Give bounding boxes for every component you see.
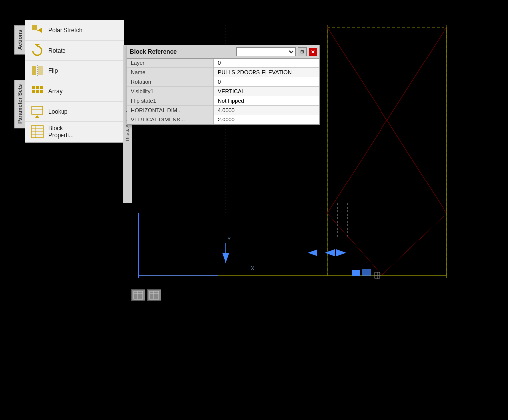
svg-rect-33 [38,66,43,75]
svg-rect-23 [362,269,371,276]
block-properties-label1: Block [48,125,74,132]
table-row: HORIZONTAL DIM...4.0000 [127,106,319,115]
sidebar-item-polar-stretch[interactable]: Polar Stretch [25,20,124,41]
bottom-icons-strip [131,289,161,301]
block-ref-header: Block Reference ⊞ ✕ [127,45,319,59]
value-cell[interactable]: Not flipped [214,96,319,106]
svg-rect-52 [150,291,159,299]
block-ref-dropdown[interactable] [236,47,296,56]
sidebar-item-flip[interactable]: Flip [25,61,124,81]
value-cell[interactable]: VERTICAL [214,87,319,96]
sidebar-panel: Actions Parameter Sets Polar Stretch Rot… [25,20,124,143]
svg-rect-41 [32,106,43,114]
block-ref-close-button[interactable]: ✕ [309,48,317,56]
svg-rect-38 [32,90,35,93]
block-ref-table: Layer0NamePULLS-2DOORS-ELEVATIONRotation… [127,59,319,124]
table-row: Visibility1VERTICAL [127,87,319,96]
polar-stretch-label: Polar Stretch [48,27,82,34]
svg-rect-32 [32,66,36,75]
table-row: NamePULLS-2DOORS-ELEVATION [127,68,319,77]
value-cell[interactable]: 0 [214,77,319,87]
property-cell: HORIZONTAL DIM... [127,106,214,115]
table-row: Layer0 [127,59,319,68]
svg-rect-37 [40,86,43,89]
value-cell[interactable]: 2.0000 [214,115,319,124]
svg-rect-49 [134,291,143,299]
sidebar-item-lookup[interactable]: Lookup [25,102,124,122]
svg-text:X: X [251,265,254,271]
property-cell: Visibility1 [127,87,214,96]
array-icon [30,84,44,98]
property-cell: Layer [127,59,214,68]
tab-actions[interactable]: Actions [14,25,25,54]
svg-rect-22 [352,270,360,276]
sidebar-item-array[interactable]: Array [25,81,124,102]
bottom-icon-b[interactable] [147,289,161,301]
svg-rect-39 [36,90,39,93]
block-ref-title: Block Reference [130,48,234,55]
value-cell[interactable]: PULLS-2DOORS-ELEVATION [214,68,319,77]
property-cell: VERTICAL DIMENS... [127,115,214,124]
block-reference-panel: Block Reference ⊞ ✕ Layer0NamePULLS-2DOO… [127,45,320,125]
svg-rect-40 [40,90,43,93]
property-cell: Rotation [127,77,214,87]
svg-rect-28 [32,25,37,30]
value-cell[interactable]: 4.0000 [214,106,319,115]
block-properties-icon [30,125,44,139]
svg-text:Y: Y [227,236,231,241]
sidebar-item-block-properties[interactable]: Block Properti... [25,122,124,142]
svg-rect-35 [32,86,35,89]
block-ref-options-button[interactable]: ⊞ [298,47,307,56]
table-row: VERTICAL DIMENS...2.0000 [127,115,319,124]
rotate-label: Rotate [48,47,65,54]
tab-parameter-sets[interactable]: Parameter Sets [14,80,25,128]
array-label: Array [48,88,63,95]
svg-rect-36 [36,86,39,89]
table-row: Flip state1Not flipped [127,96,319,106]
property-cell: Flip state1 [127,96,214,106]
table-row: Rotation0 [127,77,319,87]
polar-stretch-icon [30,23,44,37]
flip-label: Flip [48,67,58,74]
svg-marker-43 [35,115,40,118]
lookup-icon [30,105,44,119]
rotate-icon [30,44,44,58]
sidebar-item-rotate[interactable]: Rotate [25,41,124,61]
bottom-icon-a[interactable] [131,289,145,301]
property-cell: Name [127,68,214,77]
flip-icon [30,64,44,78]
value-cell[interactable]: 0 [214,59,319,68]
block-properties-label2: Properti... [48,132,74,139]
lookup-label: Lookup [48,108,67,115]
